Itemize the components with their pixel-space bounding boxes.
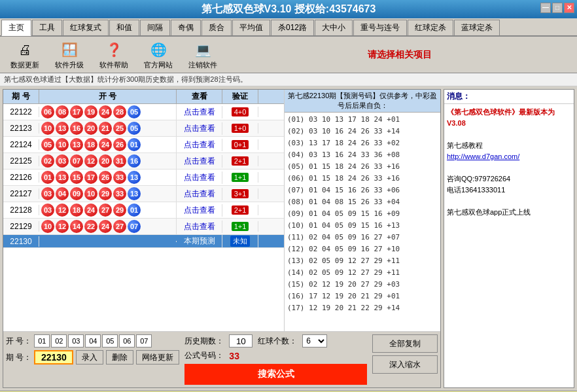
toolbar: 🖨数据更新🪟软件升级❓软件帮助🌐官方网站💻注销软件请选择相关项目: [0, 37, 577, 73]
red-ball-label: 红球个数：: [258, 336, 297, 347]
tab-主页[interactable]: 主页: [1, 20, 31, 36]
row-verify: 2+1: [222, 156, 258, 166]
red-ball: 06: [41, 105, 54, 118]
row-verify: 1+1: [222, 172, 258, 183]
red-ball: 10: [56, 138, 69, 151]
period-input[interactable]: [34, 350, 73, 365]
red-ball: 02: [41, 154, 54, 168]
close-button[interactable]: ✕: [564, 3, 574, 13]
delete-button[interactable]: 删除: [106, 350, 133, 365]
table-row[interactable]: 22130本期预测未知: [3, 235, 284, 248]
red-ball: 24: [99, 138, 112, 151]
tab-蓝球定杀[interactable]: 蓝球定杀: [454, 20, 500, 35]
period-label: 期 号：: [6, 352, 31, 363]
copy-all-button[interactable]: 全部复制: [372, 334, 438, 353]
prediction-line: (17) 12 19 20 21 22 29 +14: [287, 302, 438, 314]
enter-button[interactable]: 录入: [76, 350, 103, 365]
blue-ball: 01: [128, 138, 141, 151]
row-period: 22125: [3, 156, 39, 166]
toolbar-data-update[interactable]: 🖨数据更新: [5, 39, 44, 70]
row-check[interactable]: 点击查看: [177, 122, 222, 135]
red-ball: 10: [41, 122, 54, 135]
open-num-box: 06: [119, 334, 135, 347]
row-balls: 10131620212505: [39, 120, 177, 136]
table-row[interactable]: 2212803121824272901点击查看2+1: [3, 202, 284, 219]
bottom-left: 开 号： 01020304050607 期 号： 录入 删除 网络更新: [6, 334, 179, 385]
prediction-line: (16) 17 12 19 20 21 29 +01: [287, 291, 438, 302]
deep-shrink-button[interactable]: 深入缩水: [372, 355, 438, 374]
row-period: 22123: [3, 123, 39, 134]
row-check[interactable]: 点击查看: [177, 171, 222, 184]
toolbar-help[interactable]: ❓软件帮助: [94, 39, 133, 70]
tab-红球定杀[interactable]: 红球定杀: [408, 20, 453, 35]
row-period: 22130: [3, 236, 39, 247]
row-check[interactable]: 点击查看: [177, 188, 222, 200]
message-item: 《第七感双色球软件》最新版本为V3.08: [447, 107, 571, 129]
help-icon: ❓: [103, 39, 124, 60]
blue-ball: 13: [128, 187, 141, 200]
maximize-button[interactable]: □: [552, 3, 563, 13]
table-row[interactable]: 2212910121422242707点击查看1+1: [3, 219, 284, 235]
data-area: 期 号 开 号 查看 验证 2212206081719242805点击查看4+0…: [3, 90, 440, 331]
red-ball: 21: [99, 122, 112, 135]
red-ball: 31: [113, 154, 126, 168]
toolbar-register[interactable]: 💻注销软件: [183, 39, 222, 70]
table-row[interactable]: 2212310131620212505点击查看1+0: [3, 120, 284, 137]
open-num-box: 05: [102, 334, 118, 347]
tab-工具[interactable]: 工具: [32, 20, 62, 35]
tab-奇偶[interactable]: 奇偶: [171, 20, 201, 35]
row-check[interactable]: 点击查看: [177, 204, 222, 217]
tab-质合[interactable]: 质合: [201, 20, 232, 35]
toolbar-software-upgrade[interactable]: 🪟软件升级: [50, 39, 89, 70]
red-ball-select[interactable]: 678910: [302, 334, 327, 347]
red-ball: 24: [99, 105, 112, 118]
table-row[interactable]: 2212601131517263313点击查看1+1: [3, 169, 284, 186]
tab-和值[interactable]: 和值: [109, 20, 139, 35]
row-verify: 未知: [222, 235, 258, 247]
network-update-button[interactable]: 网络更新: [136, 350, 179, 365]
red-ball: 15: [70, 171, 83, 184]
minimize-button[interactable]: —: [540, 3, 551, 13]
formula-row: 公式号码： 33: [184, 350, 367, 361]
red-ball: 08: [56, 105, 69, 118]
row-verify: 3+1: [222, 188, 258, 199]
toolbar-website[interactable]: 🌐官方网站: [139, 39, 178, 70]
red-ball: 25: [113, 122, 126, 135]
red-ball: 24: [99, 220, 112, 233]
table-row[interactable]: 2212405101318242601点击查看0+1: [3, 137, 284, 153]
row-period: 22129: [3, 221, 39, 232]
software-upgrade-icon: 🪟: [59, 39, 80, 60]
tab-重号与连号[interactable]: 重号与连号: [353, 20, 407, 35]
tab-杀012路[interactable]: 杀012路: [271, 20, 314, 35]
red-ball: 28: [113, 105, 126, 118]
row-check[interactable]: 本期预测: [177, 235, 222, 247]
red-ball: 17: [84, 171, 97, 184]
row-verify: 1+1: [222, 221, 258, 232]
message-item: 第七感教程: [447, 140, 571, 151]
row-balls: 10121422242707: [39, 219, 177, 234]
table-row[interactable]: 2212206081719242805点击查看4+0: [3, 104, 284, 120]
tab-红球复式[interactable]: 红球复式: [63, 20, 109, 35]
prediction-line: (14) 02 05 09 12 27 29 +11: [287, 267, 438, 279]
blue-ball: 13: [128, 171, 141, 184]
row-check[interactable]: 点击查看: [177, 155, 222, 168]
red-ball: 33: [113, 187, 126, 200]
red-ball: 12: [56, 220, 69, 233]
open-num-label: 开 号：: [6, 336, 31, 347]
table-area: 期 号 开 号 查看 验证 2212206081719242805点击查看4+0…: [3, 90, 285, 331]
row-check[interactable]: 点击查看: [177, 106, 222, 118]
tab-平均值[interactable]: 平均值: [232, 20, 270, 35]
table-row[interactable]: 2212703040910293313点击查看3+1: [3, 186, 284, 202]
main-area: 期 号 开 号 查看 验证 2212206081719242805点击查看4+0…: [0, 86, 577, 391]
search-formula-button[interactable]: 搜索公式: [184, 364, 367, 385]
tab-间隔[interactable]: 间隔: [140, 20, 170, 35]
row-check[interactable]: 点击查看: [177, 221, 222, 233]
row-verify: 2+1: [222, 205, 258, 215]
table-row[interactable]: 2212502030712203116点击查看2+1: [3, 153, 284, 169]
history-input[interactable]: [229, 334, 253, 347]
message-item[interactable]: http://www.d7gan.com/: [447, 151, 571, 162]
red-ball: 20: [84, 122, 97, 135]
website-icon: 🌐: [148, 39, 169, 60]
tab-大中小[interactable]: 大中小: [315, 20, 353, 35]
row-check[interactable]: 点击查看: [177, 139, 222, 151]
